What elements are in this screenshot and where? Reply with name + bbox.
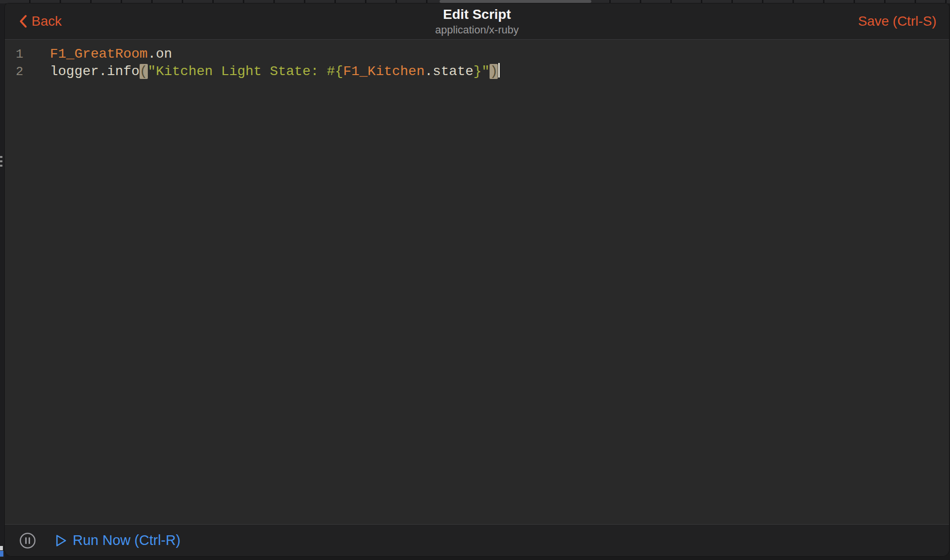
run-now-button[interactable]: Run Now (Ctrl-R) bbox=[55, 532, 180, 548]
code-line-content: logger.info("Kitchen Light State: #{F1_K… bbox=[23, 63, 500, 80]
backdrop-left-strip bbox=[0, 3, 5, 560]
modal-footer: Run Now (Ctrl-R) bbox=[5, 524, 949, 556]
code-token-constant: F1_GreatRoom bbox=[50, 47, 148, 62]
code-token-plain: .state bbox=[425, 64, 474, 79]
line-number: 2 bbox=[5, 63, 23, 80]
code-lines: 1F1_GreatRoom.on2logger.info("Kitchen Li… bbox=[5, 46, 949, 80]
page-title: Edit Script bbox=[5, 6, 949, 23]
code-token-match: ) bbox=[490, 64, 498, 79]
script-mime-type: application/x-ruby bbox=[5, 23, 949, 37]
code-editor[interactable]: 1F1_GreatRoom.on2logger.info("Kitchen Li… bbox=[5, 40, 949, 524]
modal-header: Back Edit Script application/x-ruby Save… bbox=[5, 3, 949, 40]
backdrop-scrollbar-thumb bbox=[440, 0, 591, 3]
code-token-plain: .on bbox=[148, 47, 172, 62]
backdrop-link-fragment bbox=[0, 551, 3, 557]
code-line-content: F1_GreatRoom.on bbox=[23, 46, 172, 63]
text-cursor bbox=[498, 63, 500, 78]
run-now-label: Run Now (Ctrl-R) bbox=[73, 532, 180, 548]
backdrop-text-fragment bbox=[0, 156, 2, 169]
code-token-plain: logger.info bbox=[50, 64, 140, 79]
code-token-match: ( bbox=[140, 64, 148, 79]
code-token-constant: F1_Kitchen bbox=[343, 64, 425, 79]
play-outline-icon bbox=[55, 534, 67, 547]
title-block: Edit Script application/x-ruby bbox=[5, 6, 949, 37]
code-token-string: }" bbox=[474, 64, 490, 79]
backdrop-text-fragment bbox=[0, 546, 3, 550]
line-number: 1 bbox=[5, 46, 23, 63]
code-line[interactable]: 2logger.info("Kitchen Light State: #{F1_… bbox=[5, 63, 949, 80]
code-token-string: "Kitchen Light State: #{ bbox=[148, 64, 343, 79]
pause-circle-icon[interactable] bbox=[19, 532, 36, 549]
edit-script-modal: Back Edit Script application/x-ruby Save… bbox=[5, 3, 949, 556]
code-line[interactable]: 1F1_GreatRoom.on bbox=[5, 46, 949, 63]
save-button[interactable]: Save (Ctrl-S) bbox=[858, 14, 936, 29]
